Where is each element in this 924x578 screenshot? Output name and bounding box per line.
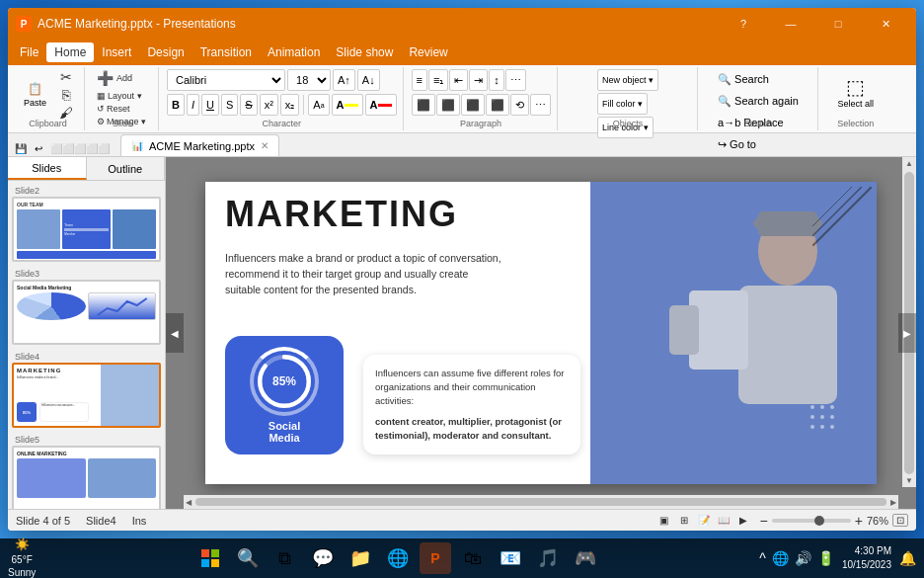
add-slide-button[interactable]: ➕ Add xyxy=(93,69,136,87)
presentation-button[interactable]: ▶ xyxy=(734,512,752,530)
zoom-in-button[interactable]: + xyxy=(855,513,863,529)
text-direction-button[interactable]: ⟲ xyxy=(510,94,529,116)
strikethrough-button[interactable]: S xyxy=(240,94,257,116)
notes-view-button[interactable]: 📝 xyxy=(695,512,713,530)
search-again-icon: 🔍 xyxy=(718,95,732,108)
reset-button[interactable]: ↺ Reset xyxy=(93,103,152,115)
zoom-out-button[interactable]: − xyxy=(760,513,768,529)
slide-thumb-5[interactable]: Slide5 ONLINE MARKETING xyxy=(12,434,161,509)
align-justify-button[interactable]: ⬛ xyxy=(486,94,509,116)
menu-transition[interactable]: Transition xyxy=(192,42,260,62)
taskbar-mail-button[interactable]: 📧 xyxy=(495,542,526,574)
reading-view-button[interactable]: 📖 xyxy=(715,512,732,530)
slide-thumb-2[interactable]: Slide2 OUR TEAM Team xyxy=(12,185,161,262)
system-tray: ^ 🌐 🔊 🔋 xyxy=(759,550,834,566)
superscript-button[interactable]: x² xyxy=(260,94,278,116)
new-object-button[interactable]: New object ▾ xyxy=(597,69,658,91)
tab-close-button[interactable]: ✕ xyxy=(261,140,269,151)
search-again-button[interactable]: 🔍 Search again xyxy=(712,91,805,111)
paste-button[interactable]: 📋 Paste xyxy=(18,80,52,110)
taskbar-explorer-button[interactable]: 📁 xyxy=(345,542,376,574)
slides-tab[interactable]: Slides xyxy=(8,157,87,180)
font-size-selector[interactable]: 18 xyxy=(287,69,331,91)
unordered-list-button[interactable]: ≡ xyxy=(412,69,427,91)
italic-button[interactable]: I xyxy=(187,94,199,116)
font-selector[interactable]: Calibri xyxy=(167,69,285,91)
maximize-button[interactable]: □ xyxy=(815,8,861,40)
menu-slideshow[interactable]: Slide show xyxy=(328,42,401,62)
notification-icon[interactable]: 🔔 xyxy=(899,550,916,566)
paragraph-more-button[interactable]: ⋯ xyxy=(505,69,526,91)
align-right-button[interactable]: ⬛ xyxy=(461,94,485,116)
font-size-input[interactable]: Aa xyxy=(308,94,329,116)
taskbar-store-button[interactable]: 🛍 xyxy=(457,542,489,574)
font-shrink-button[interactable]: A↓ xyxy=(357,69,380,91)
taskbar-xbox-button[interactable]: 🎮 xyxy=(570,542,601,574)
menu-design[interactable]: Design xyxy=(139,42,192,62)
font-grow-button[interactable]: A↑ xyxy=(333,69,355,91)
bold-button[interactable]: B xyxy=(167,94,185,116)
volume-icon[interactable]: 🔊 xyxy=(795,550,811,566)
network-icon[interactable]: 🌐 xyxy=(772,550,789,566)
zoom-slider[interactable] xyxy=(772,519,851,523)
help-button[interactable]: ? xyxy=(721,8,766,40)
search-button[interactable]: 🔍 Search xyxy=(712,69,775,89)
scroll-left-button[interactable]: ◀ xyxy=(186,498,192,507)
taskbar-powerpoint-button[interactable]: P xyxy=(420,542,451,574)
underline-button[interactable]: U xyxy=(201,94,219,116)
highlight-color-button[interactable]: A xyxy=(332,94,363,116)
scroll-up-button[interactable]: ▲ xyxy=(905,159,913,168)
indent-increase-button[interactable]: ⇥ xyxy=(469,69,488,91)
task-view-button[interactable]: ⧉ xyxy=(270,542,301,574)
shadow-button[interactable]: S xyxy=(221,94,238,116)
taskbar-edge-button[interactable]: 🌐 xyxy=(382,542,414,574)
close-button[interactable]: ✕ xyxy=(863,8,908,40)
menu-animation[interactable]: Animation xyxy=(260,42,328,62)
menu-review[interactable]: Review xyxy=(401,42,455,62)
taskbar-search-button[interactable]: 🔍 xyxy=(232,542,264,574)
font-color-button[interactable]: A xyxy=(365,94,397,116)
outline-tab[interactable]: Outline xyxy=(87,157,166,180)
start-button[interactable] xyxy=(194,542,226,574)
slide-thumb-3[interactable]: Slide3 Social Media Marketing xyxy=(12,268,161,345)
svg-point-11 xyxy=(810,405,814,409)
align-left-button[interactable]: ⬛ xyxy=(412,94,435,116)
percent-label: 85% xyxy=(272,374,296,388)
align-center-button[interactable]: ⬛ xyxy=(436,94,460,116)
menu-insert[interactable]: Insert xyxy=(94,42,139,62)
clock-widget[interactable]: 4:30 PM 10/15/2023 xyxy=(842,544,891,572)
taskbar-spotify-button[interactable]: 🎵 xyxy=(532,542,564,574)
indent-decrease-button[interactable]: ⇤ xyxy=(449,69,468,91)
horizontal-scrollbar[interactable]: ◀ ▶ xyxy=(184,495,898,509)
cut-button[interactable]: ✂ xyxy=(54,69,78,85)
slide-next-button[interactable]: ▶ xyxy=(898,313,916,353)
quick-access-undo[interactable]: ↩ xyxy=(32,141,45,156)
ordered-list-button[interactable]: ≡₁ xyxy=(428,69,448,91)
layout-button[interactable]: ▦ Layout ▾ xyxy=(93,90,152,102)
fill-color-button[interactable]: Fill color ▾ xyxy=(597,93,648,115)
scroll-down-button[interactable]: ▼ xyxy=(905,476,913,485)
goto-button[interactable]: ↪ Go to xyxy=(712,134,762,154)
select-all-button[interactable]: ⬚ Select all xyxy=(834,73,879,111)
scroll-thumb-h[interactable] xyxy=(195,498,886,506)
slide-sorter-button[interactable]: ⊞ xyxy=(675,512,693,530)
para-more2-button[interactable]: ⋯ xyxy=(530,94,551,116)
slide-prev-button[interactable]: ◀ xyxy=(166,313,184,353)
line-spacing-button[interactable]: ↕ xyxy=(489,69,504,91)
menu-file[interactable]: File xyxy=(12,42,46,62)
subscript-button[interactable]: x₂ xyxy=(280,94,300,116)
quick-access-save[interactable]: 💾 xyxy=(12,141,30,156)
fit-page-button[interactable]: ⊡ xyxy=(892,514,908,527)
scroll-right-button[interactable]: ▶ xyxy=(890,498,896,507)
normal-view-button[interactable]: ▣ xyxy=(655,512,673,530)
svg-line-8 xyxy=(812,187,852,226)
menu-home[interactable]: Home xyxy=(46,42,94,62)
chevron-icon[interactable]: ^ xyxy=(759,550,766,566)
copy-button[interactable]: ⎘ xyxy=(54,87,78,103)
slide-thumb-4[interactable]: Slide4 MARKETING Influencers make a bran… xyxy=(12,351,161,428)
battery-icon[interactable]: 🔋 xyxy=(817,550,834,566)
ribbon-group-search: 🔍 Search 🔍 Search again a→b Replace xyxy=(700,67,818,130)
minimize-button[interactable]: — xyxy=(768,8,813,40)
info-text1: Influencers can assume five different ro… xyxy=(375,367,569,409)
taskbar-chat-button[interactable]: 💬 xyxy=(307,542,339,574)
